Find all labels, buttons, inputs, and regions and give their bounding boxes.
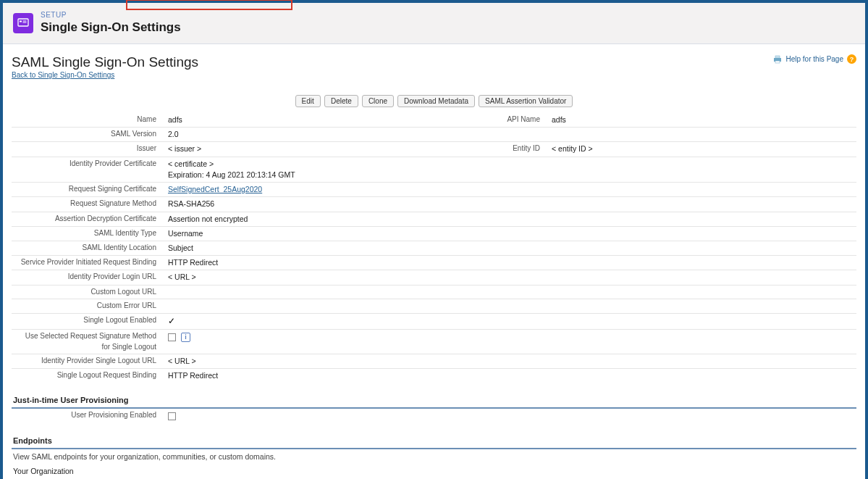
value-assert-decrypt: Assertion not encrypted <box>164 212 431 226</box>
value-req-sig-method: RSA-SHA256 <box>164 197 431 212</box>
idp-cert-line2: Expiration: 4 Aug 2021 20:13:14 GMT <box>168 170 295 179</box>
value-sp-binding: HTTP Redirect <box>164 256 431 270</box>
value-slo-binding: HTTP Redirect <box>164 369 431 383</box>
value-idp-cert: < certificate > Expiration: 4 Aug 2021 2… <box>164 157 431 182</box>
use-sel-req-checkbox-icon <box>168 333 176 341</box>
value-custom-logout <box>164 285 431 299</box>
label-name: Name <box>12 113 164 128</box>
delete-button[interactable]: Delete <box>324 95 358 107</box>
label-saml-id-type: SAML Identity Type <box>12 226 164 241</box>
your-org-subhead: Your Organization <box>12 462 856 477</box>
label-req-sig-method: Request Signature Method <box>12 197 164 212</box>
edit-button[interactable]: Edit <box>295 95 321 107</box>
label-slo-enabled: Single Logout Enabled <box>12 313 164 329</box>
svg-rect-2 <box>23 21 27 22</box>
help-icon[interactable]: ? <box>847 54 856 64</box>
download-metadata-button[interactable]: Download Metadata <box>397 95 475 107</box>
setup-header: SETUP Single Sign-On Settings <box>3 3 865 44</box>
label-idp-login-url: Identity Provider Login URL <box>12 270 164 285</box>
clone-button[interactable]: Clone <box>362 95 394 107</box>
sso-setup-icon <box>13 13 33 33</box>
label-idp-cert: Identity Provider Certificate <box>12 157 164 182</box>
req-sign-cert-link[interactable]: SelfSignedCert_25Aug2020 <box>168 185 262 193</box>
help-link[interactable]: Help for this Page <box>786 55 844 63</box>
jit-heading: Just-in-time User Provisioning <box>12 393 856 409</box>
svg-rect-6 <box>775 61 780 63</box>
value-saml-id-type: Username <box>164 226 431 241</box>
label-custom-logout: Custom Logout URL <box>12 285 164 299</box>
jit-table: User Provisioning Enabled <box>12 409 856 422</box>
label-req-sign-cert: Request Signing Certificate <box>12 183 164 197</box>
label-sp-binding: Service Provider Initiated Request Bindi… <box>12 256 164 270</box>
value-name: adfs <box>164 113 431 128</box>
label-api-name: API Name <box>431 113 547 128</box>
header-eyebrow: SETUP <box>41 12 181 19</box>
saml-detail-table: Name adfs API Name adfs SAML Version 2.0… <box>12 113 856 383</box>
svg-rect-3 <box>23 22 27 23</box>
action-button-row-top: Edit Delete Clone Download Metadata SAML… <box>12 95 856 107</box>
label-saml-id-loc: SAML Identity Location <box>12 241 164 255</box>
svg-rect-5 <box>775 56 780 58</box>
value-custom-error <box>164 299 431 314</box>
label-custom-error: Custom Error URL <box>12 299 164 314</box>
upe-checkbox-icon <box>168 412 176 420</box>
idp-cert-line1: < certificate > <box>168 159 214 168</box>
endpoints-description: View SAML endpoints for your organizatio… <box>12 449 856 462</box>
value-saml-version: 2.0 <box>164 128 431 142</box>
value-api-name: adfs <box>547 113 856 128</box>
value-idp-login-url: < URL > <box>164 270 431 285</box>
label-upe: User Provisioning Enabled <box>12 409 164 422</box>
printer-icon[interactable] <box>772 55 783 64</box>
label-use-sel-req: Use Selected Request Signature Method fo… <box>12 330 164 354</box>
value-entity-id: < entity ID > <box>547 142 856 157</box>
saml-validator-button[interactable]: SAML Assertion Validator <box>479 95 573 107</box>
value-idp-slo-url: < URL > <box>164 354 431 369</box>
page-title: SAML Single Sign-On Settings <box>12 54 198 70</box>
value-saml-id-loc: Subject <box>164 241 431 255</box>
label-issuer: Issuer <box>12 142 164 157</box>
svg-rect-1 <box>20 21 22 22</box>
back-link[interactable]: Back to Single Sign-On Settings <box>12 71 114 79</box>
header-title: Single Sign-On Settings <box>41 20 181 35</box>
label-saml-version: SAML Version <box>12 128 164 142</box>
label-slo-binding: Single Logout Request Binding <box>12 369 164 383</box>
label-idp-slo-url: Identity Provider Single Logout URL <box>12 354 164 369</box>
endpoints-heading: Endpoints <box>12 433 856 449</box>
info-icon[interactable]: i <box>181 333 190 342</box>
value-issuer: < issuer > <box>164 142 431 157</box>
label-entity-id: Entity ID <box>431 142 547 157</box>
slo-enabled-check-icon: ✓ <box>168 316 175 326</box>
label-assert-decrypt: Assertion Decryption Certificate <box>12 212 164 226</box>
